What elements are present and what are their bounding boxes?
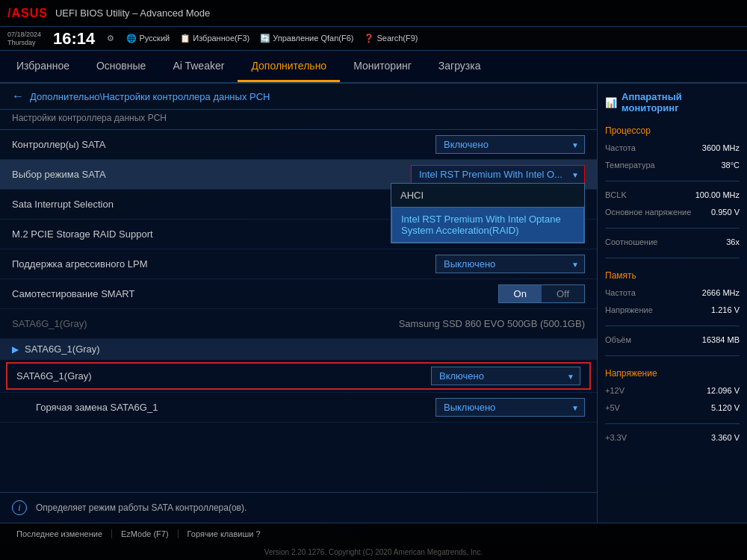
dropdown-wrapper-sata6g: Включено bbox=[431, 367, 580, 385]
smart-off-button[interactable]: Off bbox=[542, 285, 584, 302]
hw-monitor-title: 📊 Аппаратный мониторинг bbox=[605, 91, 740, 113]
hw-row-5v: +5V 5.120 V bbox=[605, 403, 740, 412]
group-expand-arrow: ▶ bbox=[12, 344, 19, 355]
hw-label-temp: Температура bbox=[605, 161, 655, 169]
time-bar: 07/18/2024 Thursday 16:14 ⚙ 🌐 Русский 📋 … bbox=[0, 27, 747, 51]
hw-row-33v: +3.3V 3.360 V bbox=[605, 433, 740, 442]
hw-value-ratio: 36x bbox=[726, 237, 740, 246]
settings-list: Контроллер(ы) SATA Включено Выбор режима… bbox=[0, 130, 597, 492]
hw-label-mem-freq: Частота bbox=[605, 288, 636, 297]
group-header-label: SATA6G_1(Gray) bbox=[25, 343, 100, 355]
hw-label-freq: Частота bbox=[605, 143, 636, 152]
label-sata-mode: Выбор режима SATA bbox=[12, 169, 411, 180]
hw-label-ratio: Соотношение bbox=[605, 237, 657, 246]
nav-bar: Избранное Основные Ai Tweaker Дополнител… bbox=[0, 51, 747, 84]
hw-value-5v: 5.120 V bbox=[711, 403, 740, 412]
sata6g-device-info: Samsung SSD 860 EVO 500GB (500.1GB) bbox=[399, 318, 585, 329]
hw-value-mem-v: 1.216 V bbox=[711, 305, 740, 314]
hw-section-voltage: Напряжение bbox=[605, 368, 740, 379]
hw-section-memory: Память bbox=[605, 270, 740, 281]
row-sata-controllers: Контроллер(ы) SATA Включено bbox=[0, 130, 597, 160]
date-block: 07/18/2024 Thursday bbox=[7, 31, 41, 47]
breadcrumb: Дополнительно\Настройки контроллера данн… bbox=[30, 91, 270, 102]
hw-value-temp: 38°C bbox=[721, 161, 740, 169]
dropdown-hot-swap[interactable]: Выключено bbox=[436, 398, 585, 417]
version-bar: Version 2.20.1276. Copyright (C) 2020 Am… bbox=[0, 544, 747, 560]
hw-row-temp: Температура 38°C bbox=[605, 161, 740, 169]
hw-row-12v: +12V 12.096 V bbox=[605, 386, 740, 395]
value-sata6g-gray-info: Samsung SSD 860 EVO 500GB (500.1GB) bbox=[399, 318, 585, 329]
top-bar: /ASUS UEFI BIOS Utility – Advanced Mode bbox=[0, 0, 747, 27]
dropdown-sata-controllers[interactable]: Включено bbox=[436, 135, 585, 154]
bottom-bar: Последнее изменение EzMode (F7) Горячие … bbox=[0, 523, 747, 544]
asus-logo: /ASUS bbox=[7, 7, 48, 20]
qfan-button[interactable]: 🔄 Управление Qfan(F6) bbox=[260, 34, 353, 43]
hw-row-mem-v: Напряжение 1.216 V bbox=[605, 305, 740, 314]
breadcrumb-bar: ← Дополнительно\Настройки контроллера да… bbox=[0, 84, 597, 110]
hw-value-mem-size: 16384 MB bbox=[702, 335, 740, 344]
value-hot-swap: Выключено bbox=[436, 398, 585, 417]
dropdown-wrapper-lpm: Выключено bbox=[436, 255, 585, 273]
lang-selector[interactable]: 🌐 Русский bbox=[126, 34, 170, 43]
label-sata6g-setting: SATA6G_1(Gray) bbox=[16, 370, 431, 382]
dropdown-sata6g[interactable]: Включено bbox=[431, 367, 580, 385]
hw-value-vcore: 0.950 V bbox=[711, 208, 740, 217]
search-button[interactable]: ❓ Search(F9) bbox=[364, 34, 418, 43]
favorites-button[interactable]: 📋 Избранное(F3) bbox=[180, 34, 249, 43]
label-hot-swap: Горячая замена SATA6G_1 bbox=[24, 402, 436, 413]
nav-item-dopolnitelno[interactable]: Дополнительно bbox=[238, 51, 340, 82]
row-sata6g-gray-info: SATA6G_1(Gray) Samsung SSD 860 EVO 500GB… bbox=[0, 309, 597, 339]
value-aggressive-lpm: Выключено bbox=[436, 255, 585, 273]
hw-label-5v: +5V bbox=[605, 403, 620, 412]
label-smart: Самотестирование SMART bbox=[12, 288, 498, 299]
group-header-sata6g[interactable]: ▶ SATA6G_1(Gray) bbox=[0, 339, 597, 360]
hw-label-vcore: Основное напряжение bbox=[605, 208, 691, 217]
dropdown-sata-mode[interactable]: Intel RST Premium With Intel O... bbox=[411, 165, 585, 184]
hw-label-bclk: BCLK bbox=[605, 190, 627, 199]
smart-toggle-group: On Off bbox=[498, 284, 585, 303]
nav-item-izbrannoye[interactable]: Избранное bbox=[3, 51, 83, 82]
row-smart: Самотестирование SMART On Off bbox=[0, 279, 597, 309]
hw-row-mem-freq: Частота 2666 MHz bbox=[605, 288, 740, 297]
label-sata6g-gray-info: SATA6G_1(Gray) bbox=[12, 318, 399, 329]
hw-label-mem-v: Напряжение bbox=[605, 305, 653, 314]
smart-on-button[interactable]: On bbox=[499, 285, 542, 302]
dropdown-wrapper-sata-controllers: Включено bbox=[436, 135, 585, 154]
info-bar: i Определяет режим работы SATA контролле… bbox=[0, 492, 597, 523]
nav-item-osnovnye[interactable]: Основные bbox=[83, 51, 159, 82]
day-display: Thursday bbox=[7, 39, 41, 47]
value-sata6g-setting: Включено bbox=[431, 367, 580, 385]
row-hot-swap: Горячая замена SATA6G_1 Выключено bbox=[0, 393, 597, 423]
hw-label-12v: +12V bbox=[605, 386, 624, 395]
version-text: Version 2.20.1276. Copyright (C) 2020 Am… bbox=[264, 548, 483, 556]
sata-mode-dropdown-open: AHCI Intel RST Premium With Intel Optane… bbox=[391, 183, 585, 243]
sata-option-ahci[interactable]: AHCI bbox=[391, 184, 584, 207]
bios-title: UEFI BIOS Utility – Advanced Mode bbox=[55, 7, 740, 19]
gear-icon: ⚙ bbox=[107, 34, 114, 43]
back-button[interactable]: ← bbox=[12, 90, 24, 103]
hw-row-mem-size: Объём 16384 MB bbox=[605, 335, 740, 344]
value-smart: On Off bbox=[498, 284, 585, 303]
hw-row-vcore: Основное напряжение 0.950 V bbox=[605, 208, 740, 217]
ezmode-button[interactable]: EzMode (F7) bbox=[112, 529, 179, 538]
main-panel: ← Дополнительно\Настройки контроллера да… bbox=[0, 84, 598, 523]
content-area: ← Дополнительно\Настройки контроллера да… bbox=[0, 84, 747, 523]
hw-value-12v: 12.096 V bbox=[707, 386, 740, 395]
hotkeys-button[interactable]: Горячие клавиши ? bbox=[179, 529, 270, 538]
hw-label-mem-size: Объём bbox=[605, 335, 631, 344]
hw-value-33v: 3.360 V bbox=[711, 433, 740, 442]
nav-item-monitoring[interactable]: Мониторинг bbox=[340, 51, 425, 82]
info-text: Определяет режим работы SATA контроллера… bbox=[36, 503, 247, 513]
dropdown-wrapper-sata-mode: Intel RST Premium With Intel O... bbox=[411, 165, 585, 184]
hw-value-freq: 3600 MHz bbox=[702, 143, 740, 152]
dropdown-lpm[interactable]: Выключено bbox=[436, 255, 585, 273]
nav-item-ai-tweaker[interactable]: Ai Tweaker bbox=[159, 51, 238, 82]
time-display: 16:14 bbox=[53, 29, 95, 49]
hw-value-mem-freq: 2666 MHz bbox=[702, 288, 740, 297]
hw-monitor-panel: 📊 Аппаратный мониторинг Процессор Частот… bbox=[598, 84, 747, 523]
hw-monitor-icon: 📊 bbox=[605, 97, 617, 108]
last-change-label: Последнее изменение bbox=[7, 529, 112, 538]
nav-item-zagruzka[interactable]: Загрузка bbox=[425, 51, 495, 82]
hw-label-33v: +3.3V bbox=[605, 433, 627, 442]
sata-option-rst[interactable]: Intel RST Premium With Intel Optane Syst… bbox=[391, 207, 584, 243]
